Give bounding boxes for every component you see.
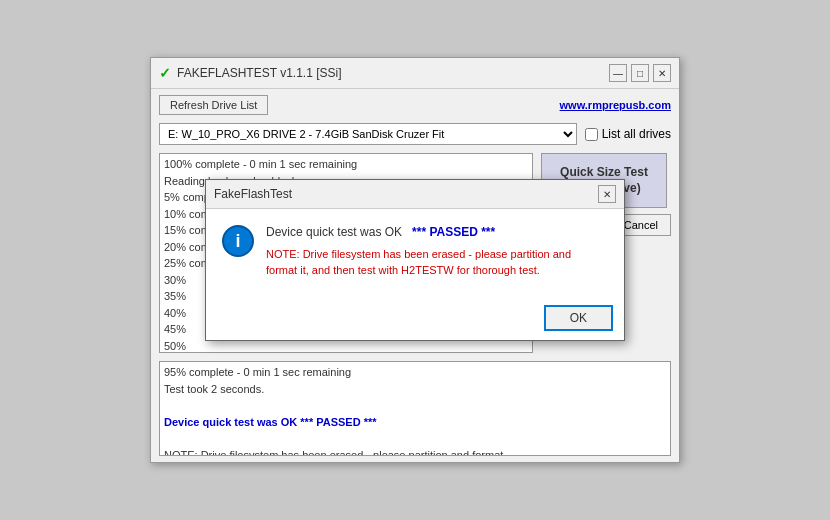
dialog-passed-text: *** PASSED *** bbox=[412, 225, 495, 239]
dialog-overlay: FakeFlashTest ✕ i Device quick test was … bbox=[151, 58, 679, 462]
dialog-main-message: Device quick test was OK *** PASSED *** bbox=[266, 225, 608, 239]
dialog-title: FakeFlashTest bbox=[214, 187, 292, 201]
dialog-title-bar: FakeFlashTest ✕ bbox=[206, 180, 624, 209]
dialog-text: Device quick test was OK *** PASSED *** … bbox=[266, 225, 608, 278]
dialog: FakeFlashTest ✕ i Device quick test was … bbox=[205, 179, 625, 341]
ok-button[interactable]: OK bbox=[545, 306, 612, 330]
info-icon: i bbox=[222, 225, 254, 257]
dialog-buttons: OK bbox=[206, 300, 624, 340]
dialog-message-row: i Device quick test was OK *** PASSED **… bbox=[222, 225, 608, 278]
dialog-close-button[interactable]: ✕ bbox=[598, 185, 616, 203]
dialog-note-text: NOTE: Drive filesystem has been erased -… bbox=[266, 247, 608, 278]
dialog-ok-text: Device quick test was OK bbox=[266, 225, 412, 239]
dialog-body: i Device quick test was OK *** PASSED **… bbox=[206, 209, 624, 300]
main-window: ✓ FAKEFLASHTEST v1.1.1 [SSi] — □ ✕ Refre… bbox=[150, 57, 680, 463]
